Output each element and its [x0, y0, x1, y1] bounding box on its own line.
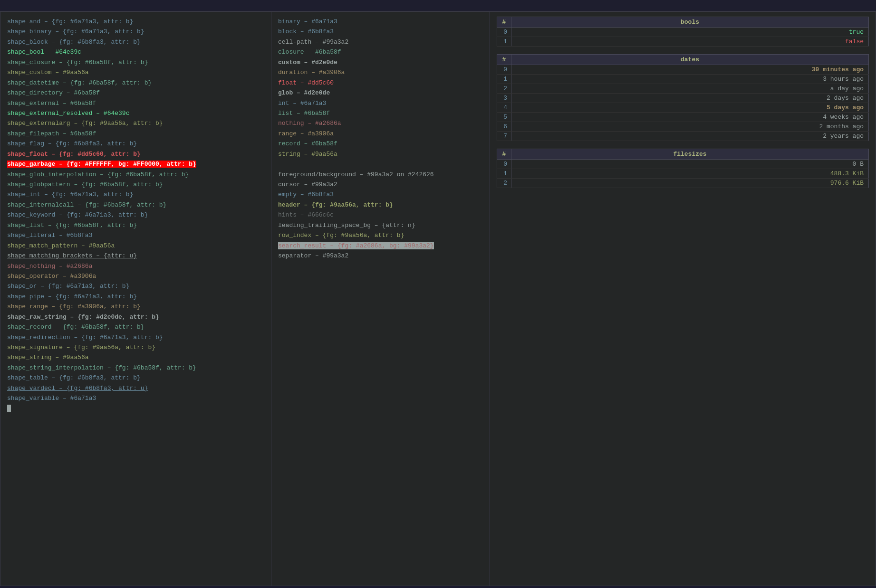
mid-line-top-11: range – #a3906a: [278, 129, 483, 139]
mid-column: binary – #6a71a3block – #6b8fa3cell-path…: [271, 12, 490, 586]
mid-line-top-7: glob – #d2e0de: [278, 88, 483, 98]
left-line-20: shape_list – {fg: #6ba58f, attr: b}: [7, 220, 264, 230]
left-line-10: shape_externalarg – {fg: #9aa56a, attr: …: [7, 118, 264, 128]
mid-line-bot-5: leading_trailing_space_bg – {attr: n}: [278, 220, 483, 230]
mid-line-bot-6: row_index – {fg: #9aa56a, attr: b}: [278, 230, 483, 240]
table-row: 45 days ago: [497, 103, 869, 113]
left-line-18: shape_internalcall – {fg: #6ba58f, attr:…: [7, 200, 264, 210]
table-row: 62 months ago: [497, 122, 869, 132]
left-line-21: shape_literal – #6b8fa3: [7, 230, 264, 240]
left-line-12: shape_flag – {fg: #6b8fa3, attr: b}: [7, 139, 264, 149]
left-line-37: shape_variable – #6a71a3: [7, 393, 264, 403]
table-row: 0true: [497, 28, 869, 37]
mid-line-top-1: block – #6b8fa3: [278, 27, 483, 37]
left-line-0: shape_and – {fg: #6a71a3, attr: b}: [7, 17, 264, 27]
left-line-4: shape_closure – {fg: #6ba58f, attr: b}: [7, 57, 264, 67]
left-line-34: shape_string_interpolation – {fg: #6ba58…: [7, 363, 264, 373]
table-row: 030 minutes ago: [497, 65, 869, 75]
table-row: 2976.6 KiB: [497, 179, 869, 188]
mid-line-top-8: int – #6a71a3: [278, 98, 483, 108]
mid-line-bot-4: hints – #666c6c: [278, 210, 483, 220]
left-line-8: shape_external – #6ba58f: [7, 98, 264, 108]
left-line-9: shape_external_resolved – #64e39c: [7, 108, 264, 118]
table-row: 1488.3 KiB: [497, 169, 869, 179]
mid-line-top-2: cell-path – #99a3a2: [278, 37, 483, 47]
mid-line-bot-3: header – {fg: #9aa56a, attr: b}: [278, 200, 483, 210]
left-line-32: shape_signature – {fg: #9aa56a, attr: b}: [7, 342, 264, 352]
left-line-36: shape_vardecl – {fg: #6b8fa3, attr: u}: [7, 383, 264, 393]
left-line-1: shape_binary – {fg: #6a71a3, attr: b}: [7, 27, 264, 37]
table-row: 2a day ago: [497, 84, 869, 94]
left-line-24: shape_nothing – #a2686a: [7, 261, 264, 271]
mid-line-top-13: string – #9aa56a: [278, 149, 483, 159]
theme-label: [0, 0, 876, 11]
mid-line-top-5: duration – #a3906a: [278, 67, 483, 77]
left-line-31: shape_redirection – {fg: #6a71a3, attr: …: [7, 332, 264, 342]
cursor: [7, 405, 11, 412]
main-container: shape_and – {fg: #6a71a3, attr: b}shape_…: [0, 11, 876, 586]
right-table: #filesizes00 B1488.3 KiB2976.6 KiB: [497, 149, 869, 188]
left-line-2: shape_block – {fg: #6b8fa3, attr: b}: [7, 37, 264, 47]
left-line-25: shape_operator – #a3906a: [7, 271, 264, 281]
mid-line-top-10: nothing – #a2686a: [278, 118, 483, 128]
mid-line-bot-2: empty – #6b8fa3: [278, 190, 483, 199]
left-line-29: shape_raw_string – {fg: #d2e0de, attr: b…: [7, 312, 264, 322]
left-line-30: shape_record – {fg: #6ba58f, attr: b}: [7, 322, 264, 332]
mid-line-top-6: float – #dd5c60: [278, 78, 483, 88]
table-row: 32 days ago: [497, 94, 869, 103]
mid-line-top-12: record – #6ba58f: [278, 139, 483, 149]
left-line-3: shape_bool – #64e39c: [7, 47, 264, 57]
mid-line-top-3: closure – #6ba58f: [278, 47, 483, 57]
mid-line-top-9: list – #6ba58f: [278, 108, 483, 118]
left-line-26: shape_or – {fg: #6a71a3, attr: b}: [7, 281, 264, 291]
mid-line-bot-8: separator – #99a3a2: [278, 251, 483, 261]
left-column: shape_and – {fg: #6a71a3, attr: b}shape_…: [0, 12, 271, 586]
right-table: #dates030 minutes ago13 hours ago2a day …: [497, 54, 869, 141]
left-line-35: shape_table – {fg: #6b8fa3, attr: b}: [7, 373, 264, 383]
left-line-23: shape_matching_brackets – {attr: u}: [7, 251, 264, 261]
left-line-13: shape_float – {fg: #dd5c60, attr: b}: [7, 149, 264, 159]
left-line-14: shape_garbage – {fg: #FFFFFF, bg: #FF000…: [7, 159, 264, 169]
mid-line-top-0: binary – #6a71a3: [278, 17, 483, 27]
table-row: 72 years ago: [497, 132, 869, 141]
table-row: 1false: [497, 37, 869, 47]
left-line-19: shape_keyword – {fg: #6a71a3, attr: b}: [7, 210, 264, 220]
theme-bar: [0, 0, 876, 11]
left-line-15: shape_glob_interpolation – {fg: #6ba58f,…: [7, 170, 264, 180]
left-line-27: shape_pipe – {fg: #6a71a3, attr: b}: [7, 292, 264, 302]
left-line-6: shape_datetime – {fg: #6ba58f, attr: b}: [7, 78, 264, 88]
right-column: #bools0true1false#dates030 minutes ago13…: [490, 12, 876, 586]
left-line-17: shape_int – {fg: #6a71a3, attr: b}: [7, 190, 264, 199]
mid-line-bot-7: search_result – {fg: #a2686a, bg: #99a3a…: [278, 241, 483, 251]
mid-line-top-4: custom – #d2e0de: [278, 57, 483, 67]
mid-line-bot-1: cursor – #99a3a2: [278, 180, 483, 190]
right-table: #bools0true1false: [497, 17, 869, 47]
mid-line-bot-0: foreground/background – #99a3a2 on #2426…: [278, 170, 483, 180]
table-row: 54 weeks ago: [497, 113, 869, 122]
left-line-5: shape_custom – #9aa56a: [7, 67, 264, 77]
table-row: 13 hours ago: [497, 75, 869, 84]
left-line-7: shape_directory – #6ba58f: [7, 88, 264, 98]
left-line-11: shape_filepath – #6ba58f: [7, 129, 264, 139]
left-line-16: shape_globpattern – {fg: #6ba58f, attr: …: [7, 180, 264, 190]
left-line-22: shape_match_pattern – #9aa56a: [7, 241, 264, 251]
table-row: 00 B: [497, 160, 869, 169]
left-line-28: shape_range – {fg: #a3906a, attr: b}: [7, 302, 264, 312]
left-line-33: shape_string – #9aa56a: [7, 352, 264, 362]
